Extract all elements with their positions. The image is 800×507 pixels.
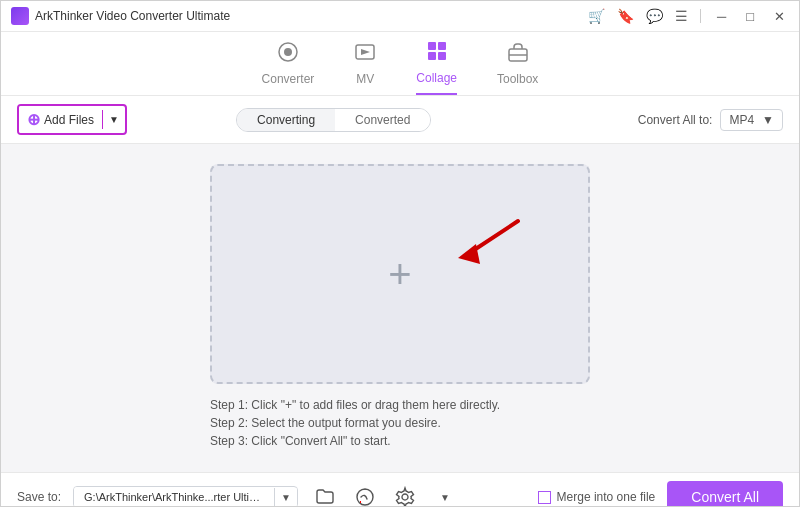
convert-all-button[interactable]: Convert All xyxy=(667,481,783,507)
converting-converted-toggle: Converting Converted xyxy=(236,108,431,132)
tab-toolbox[interactable]: Toolbox xyxy=(497,41,538,94)
format-value: MP4 xyxy=(729,113,754,127)
maximize-button[interactable]: □ xyxy=(742,9,758,24)
drop-arrow xyxy=(438,216,528,270)
svg-rect-3 xyxy=(428,42,436,50)
save-path-dropdown-arrow[interactable]: ▼ xyxy=(274,488,297,507)
mv-icon xyxy=(354,41,376,68)
cart-icon[interactable]: 🛒 xyxy=(588,8,605,24)
subtoolbar: ⊕ Add Files ▼ Converting Converted Conve… xyxy=(1,96,799,144)
titlebar-controls: 🛒 🔖 💬 ☰ ─ □ ✕ xyxy=(588,8,789,24)
steps-container: Step 1: Click "+" to add files or drag t… xyxy=(210,398,590,452)
converting-tab[interactable]: Converting xyxy=(237,109,335,131)
plus-icon: ⊕ xyxy=(27,110,40,129)
bottom-icons: ▼ xyxy=(310,482,460,507)
merge-checkbox-area[interactable]: Merge into one file xyxy=(538,490,656,504)
bottom-bar: Save to: G:\ArkThinker\ArkThinke...rter … xyxy=(1,472,799,507)
svg-rect-6 xyxy=(438,52,446,60)
converter-icon xyxy=(277,41,299,68)
convert-all-to-label: Convert All to: xyxy=(638,113,713,127)
tab-toolbox-label: Toolbox xyxy=(497,72,538,86)
merge-checkbox[interactable] xyxy=(538,491,551,504)
drop-zone[interactable]: + xyxy=(210,164,590,384)
nav-tabs: Converter MV Collage xyxy=(1,32,799,96)
step3-text: Step 3: Click "Convert All" to start. xyxy=(210,434,590,448)
add-files-main[interactable]: ⊕ Add Files xyxy=(19,106,102,133)
save-to-label: Save to: xyxy=(17,490,61,504)
settings-dropdown-icon: ▼ xyxy=(440,492,450,503)
format-dropdown-icon: ▼ xyxy=(762,113,774,127)
save-path-text: G:\ArkThinker\ArkThinke...rter Ultimate\… xyxy=(74,487,274,507)
title-separator xyxy=(700,9,701,23)
titlebar-left: ArkThinker Video Converter Ultimate xyxy=(11,7,230,25)
tab-converter-label: Converter xyxy=(262,72,315,86)
add-files-button[interactable]: ⊕ Add Files ▼ xyxy=(17,104,127,135)
merge-label: Merge into one file xyxy=(557,490,656,504)
app-logo xyxy=(11,7,29,25)
svg-point-14 xyxy=(402,494,408,500)
converted-tab[interactable]: Converted xyxy=(335,109,430,131)
drop-plus-icon: + xyxy=(388,254,411,294)
save-path-selector[interactable]: G:\ArkThinker\ArkThinke...rter Ultimate\… xyxy=(73,486,298,507)
format-select[interactable]: MP4 ▼ xyxy=(720,109,783,131)
add-files-label: Add Files xyxy=(44,113,94,127)
toolbox-icon xyxy=(507,41,529,68)
step1-text: Step 1: Click "+" to add files or drag t… xyxy=(210,398,590,412)
tag-icon[interactable]: 🔖 xyxy=(617,8,634,24)
svg-rect-4 xyxy=(438,42,446,50)
tab-mv-label: MV xyxy=(356,72,374,86)
close-button[interactable]: ✕ xyxy=(770,9,789,24)
tab-converter[interactable]: Converter xyxy=(262,41,315,94)
chat-icon[interactable]: 💬 xyxy=(646,8,663,24)
step2-text: Step 2: Select the output format you des… xyxy=(210,416,590,430)
tab-collage[interactable]: Collage xyxy=(416,40,457,95)
app-title: ArkThinker Video Converter Ultimate xyxy=(35,9,230,23)
collage-icon xyxy=(426,40,448,67)
main-content: + Step 1: Click "+" to add files or drag… xyxy=(1,144,799,472)
tab-mv[interactable]: MV xyxy=(354,41,376,94)
minimize-button[interactable]: ─ xyxy=(713,9,730,24)
settings-dropdown-button[interactable]: ▼ xyxy=(430,482,460,507)
svg-point-11 xyxy=(357,489,373,505)
add-files-dropdown-arrow[interactable]: ▼ xyxy=(102,110,125,129)
tab-collage-label: Collage xyxy=(416,71,457,85)
speed-icon-button[interactable] xyxy=(350,482,380,507)
convert-all-to-section: Convert All to: MP4 ▼ xyxy=(638,109,783,131)
settings-icon-button[interactable] xyxy=(390,482,420,507)
svg-rect-5 xyxy=(428,52,436,60)
folder-icon-button[interactable] xyxy=(310,482,340,507)
svg-point-1 xyxy=(284,48,292,56)
menu-icon[interactable]: ☰ xyxy=(675,8,688,24)
titlebar: ArkThinker Video Converter Ultimate 🛒 🔖 … xyxy=(1,1,799,32)
